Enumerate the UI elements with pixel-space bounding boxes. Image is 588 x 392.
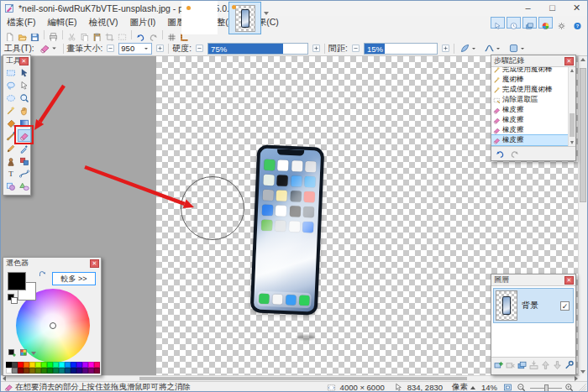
scroll-up-arrow[interactable] <box>579 58 587 61</box>
tool-button[interactable] <box>18 104 31 117</box>
toolbar-button[interactable] <box>147 29 160 40</box>
close-icon[interactable]: ✕ <box>19 57 29 65</box>
history-scroll-down[interactable] <box>569 141 575 144</box>
palette-swatch[interactable] <box>24 368 29 374</box>
spacing-decrease[interactable] <box>351 44 360 53</box>
resize-grip[interactable] <box>578 383 587 392</box>
tool-button[interactable] <box>18 66 31 79</box>
toolbar-button[interactable] <box>129 29 134 40</box>
palette-swatch[interactable] <box>65 362 71 368</box>
palette-swatch[interactable] <box>65 368 71 374</box>
palette-swatch[interactable] <box>71 368 76 374</box>
toolbar-button[interactable] <box>3 29 16 40</box>
palette-swatch[interactable] <box>71 362 76 368</box>
palette-swatch[interactable] <box>59 368 65 374</box>
tool-button[interactable] <box>18 180 31 192</box>
tool-button[interactable] <box>4 91 18 104</box>
blend-mode-dropdown[interactable] <box>482 42 503 55</box>
vertical-scroll-thumb[interactable] <box>580 68 586 202</box>
tool-button[interactable] <box>4 180 18 192</box>
add-color-button[interactable] <box>8 348 17 358</box>
spacing-increase[interactable] <box>441 44 450 53</box>
panel-toggle-button[interactable] <box>491 17 505 29</box>
palette-swatch[interactable] <box>47 368 53 374</box>
history-item[interactable]: 橡皮擦 <box>491 135 568 145</box>
toolbar-button[interactable] <box>116 29 129 40</box>
toolbar-button[interactable] <box>78 29 91 40</box>
palette-swatch[interactable] <box>88 368 94 374</box>
toolbar-button[interactable] <box>60 29 66 40</box>
tool-button[interactable] <box>4 117 18 129</box>
hardness-slider[interactable]: 75% <box>207 43 308 55</box>
palette-swatch[interactable] <box>24 362 29 368</box>
history-item[interactable]: 完成使用魔術棒 <box>491 85 568 95</box>
palette-swatch[interactable] <box>12 368 18 374</box>
layer-toolbar-button[interactable] <box>505 360 516 370</box>
brush-size-increase[interactable] <box>155 44 165 53</box>
toolbar-button[interactable] <box>47 29 60 40</box>
unit-label[interactable]: 像素 <box>452 382 468 392</box>
layer-toolbar-button[interactable] <box>493 360 504 370</box>
palette-menu-chevron[interactable] <box>31 352 36 355</box>
menu-item[interactable]: 編輯(E) <box>41 16 82 29</box>
palette-swatch[interactable] <box>82 368 88 374</box>
palette-menu-button[interactable] <box>19 348 29 358</box>
layer-toolbar-button[interactable] <box>517 360 528 370</box>
palette-swatch[interactable] <box>59 362 65 368</box>
close-icon[interactable]: ✕ <box>564 57 574 65</box>
brush-size-decrease[interactable] <box>106 44 115 53</box>
tool-button[interactable] <box>4 79 18 91</box>
palette-swatch[interactable] <box>12 362 18 368</box>
tool-button[interactable] <box>4 104 18 117</box>
palette-swatch[interactable] <box>76 368 82 374</box>
menu-item[interactable]: 檔案(F) <box>1 16 41 29</box>
close-icon[interactable]: ✕ <box>90 259 99 268</box>
tool-button[interactable] <box>4 66 18 79</box>
panel-toggle-button[interactable] <box>538 17 553 29</box>
toolbar-button[interactable] <box>41 29 47 40</box>
horizontal-scrollbar[interactable] <box>1 375 580 381</box>
history-item[interactable]: 橡皮擦 <box>491 105 568 115</box>
minimize-button[interactable]: – <box>516 1 540 16</box>
palette-swatch[interactable] <box>29 362 35 368</box>
color-wheel-selector[interactable] <box>50 322 56 329</box>
panel-toggle-button[interactable] <box>554 17 569 29</box>
toolbar-button[interactable] <box>91 29 103 40</box>
antialiasing-dropdown[interactable] <box>458 42 479 55</box>
palette-swatch[interactable] <box>53 368 59 374</box>
toolbar-button[interactable] <box>165 29 178 40</box>
palette-swatch[interactable] <box>94 368 100 374</box>
primary-color-swatch[interactable] <box>8 272 26 290</box>
zoom-in-button[interactable] <box>564 383 574 392</box>
tool-button[interactable] <box>4 154 18 167</box>
tool-button[interactable] <box>4 129 18 142</box>
unit-dropdown-arrow[interactable] <box>470 386 475 389</box>
palette-swatch[interactable] <box>6 368 12 374</box>
sampling-dropdown[interactable] <box>507 42 528 55</box>
scroll-down-arrow[interactable] <box>579 370 587 374</box>
palette-swatch[interactable] <box>82 362 88 368</box>
more-colors-button[interactable]: 較多 >> <box>52 272 96 285</box>
menu-item[interactable]: 圖片(I) <box>123 16 161 29</box>
tool-button[interactable] <box>4 142 18 154</box>
palette-swatch[interactable] <box>41 362 47 368</box>
panel-toggle-button[interactable]: ? <box>570 17 585 29</box>
layer-visibility-checkbox[interactable]: ✓ <box>560 301 570 311</box>
palette-swatch[interactable] <box>94 362 100 368</box>
history-scroll-up[interactable] <box>569 69 575 72</box>
undo-button[interactable] <box>495 149 506 159</box>
history-item[interactable]: 魔術棒 <box>491 75 568 85</box>
toolbar-button[interactable] <box>103 29 116 40</box>
history-item[interactable]: 橡皮擦 <box>491 125 568 135</box>
close-icon[interactable]: ✕ <box>564 276 574 285</box>
palette-swatch[interactable] <box>53 362 59 368</box>
palette-swatch[interactable] <box>29 368 35 374</box>
toolbar-button[interactable] <box>160 29 165 40</box>
layer-toolbar-button[interactable] <box>552 360 563 370</box>
redo-button[interactable] <box>509 149 520 159</box>
maximize-button[interactable]: □ <box>540 1 564 16</box>
zoom-out-button[interactable] <box>517 383 526 392</box>
zoom-slider[interactable] <box>530 384 562 392</box>
palette-swatch[interactable] <box>6 362 12 368</box>
palette-swatch[interactable] <box>76 362 82 368</box>
